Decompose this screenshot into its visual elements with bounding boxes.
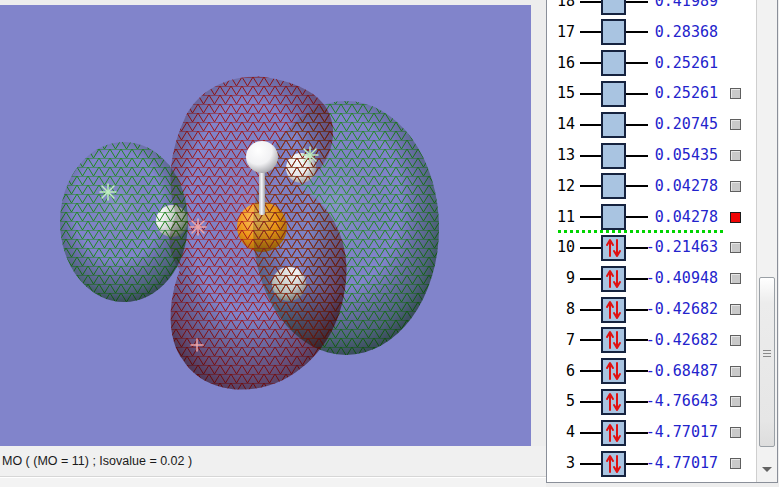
mo-checkbox[interactable] (730, 181, 741, 192)
mo-number: 15 (549, 78, 575, 109)
mo-3d-viewport[interactable] (0, 5, 531, 446)
mo-energy-value: -4.77017 (641, 417, 718, 448)
mo-energy-value: 0.04278 (641, 202, 718, 233)
mo-level-box[interactable] (601, 81, 626, 107)
mo-row-10[interactable]: 10-0.21463 (547, 232, 756, 263)
orbital-lobe-positive-left (60, 142, 188, 302)
spin-up-down-icon (603, 299, 624, 321)
spin-up-down-icon (603, 237, 624, 259)
mo-row-8[interactable]: 8-0.42682 (547, 294, 756, 325)
mo-number: 13 (549, 140, 575, 171)
mo-row-11[interactable]: 110.04278 (547, 202, 756, 233)
mo-energy-value: -4.77017 (641, 448, 718, 479)
scrollbar-down-button[interactable] (757, 459, 777, 480)
mo-row-12[interactable]: 120.04278 (547, 171, 756, 202)
mo-number: 12 (549, 171, 575, 202)
mo-number: 17 (549, 17, 575, 48)
mo-energy-value: 0.20745 (641, 109, 718, 140)
mo-list: 180.41989170.28368160.25261150.25261140.… (547, 0, 756, 482)
mo-checkbox[interactable] (730, 119, 741, 130)
mo-checkbox[interactable] (730, 150, 741, 161)
mo-energy-value: -4.76643 (641, 386, 718, 417)
mo-number: 18 (549, 0, 575, 17)
mo-energy-value: -0.42682 (641, 294, 718, 325)
mo-energy-value: -0.40948 (641, 263, 718, 294)
mo-level-box[interactable] (601, 420, 626, 446)
mo-energy-value: -0.68487 (641, 356, 718, 387)
mo-row-9[interactable]: 9-0.40948 (547, 263, 756, 294)
mo-row-4[interactable]: 4-4.77017 (547, 417, 756, 448)
panel-right-border (777, 0, 778, 483)
mo-level-box[interactable] (601, 235, 626, 261)
mo-number: 3 (549, 448, 575, 479)
mo-level-box[interactable] (601, 0, 626, 15)
mo-number: 11 (549, 202, 575, 233)
mo-energy-value: 0.28368 (641, 17, 718, 48)
mo-checkbox[interactable] (730, 212, 741, 223)
hydrogen-atom-top (246, 141, 278, 173)
mo-level-box[interactable] (601, 358, 626, 384)
mo-energy-value: 0.41989 (641, 0, 718, 17)
mo-number: 14 (549, 109, 575, 140)
mo-level-box[interactable] (601, 143, 626, 169)
mo-checkbox[interactable] (730, 427, 741, 438)
mo-checkbox[interactable] (730, 396, 741, 407)
mo-level-box[interactable] (601, 50, 626, 76)
mo-energy-value: 0.04278 (641, 171, 718, 202)
mo-checkbox[interactable] (730, 304, 741, 315)
mo-energy-value: 0.25261 (641, 78, 718, 109)
mo-level-box[interactable] (601, 204, 626, 230)
mo-level-box[interactable] (601, 389, 626, 415)
spin-up-down-icon (603, 453, 624, 475)
mo-number: 16 (549, 48, 575, 79)
mo-number: 10 (549, 232, 575, 263)
mo-row-15[interactable]: 150.25261 (547, 78, 756, 109)
mo-row-13[interactable]: 130.05435 (547, 140, 756, 171)
mo-level-box[interactable] (601, 112, 626, 138)
bottom-strip (0, 477, 546, 487)
mo-level-box[interactable] (601, 451, 626, 477)
spin-up-down-icon (603, 329, 624, 351)
mo-checkbox[interactable] (730, 88, 741, 99)
mo-checkbox[interactable] (730, 458, 741, 469)
mo-level-box[interactable] (601, 327, 626, 353)
mo-energy-value: -0.42682 (641, 325, 718, 356)
mo-level-box[interactable] (601, 297, 626, 323)
orbital-lobe-negative (170, 77, 347, 390)
mo-number: 4 (549, 417, 575, 448)
mo-number: 7 (549, 325, 575, 356)
spin-up-down-icon (603, 268, 624, 290)
mo-checkbox[interactable] (730, 366, 741, 377)
mo-checkbox[interactable] (730, 242, 741, 253)
mo-row-18[interactable]: 180.41989 (547, 0, 756, 17)
spin-up-down-icon (603, 391, 624, 413)
mo-row-16[interactable]: 160.25261 (547, 48, 756, 79)
mo-number: 9 (549, 263, 575, 294)
mo-number: 8 (549, 294, 575, 325)
mo-number: 6 (549, 356, 575, 387)
status-bar: MO ( (MO = 11) ; Isovalue = 0.02 ) (0, 446, 546, 476)
scrollbar-thumb[interactable] (759, 277, 775, 447)
mo-energy-value: 0.05435 (641, 140, 718, 171)
mo-number: 5 (549, 386, 575, 417)
mo-row-3[interactable]: 3-4.77017 (547, 448, 756, 479)
mo-row-6[interactable]: 6-0.68487 (547, 356, 756, 387)
panel-bottom-border (546, 482, 778, 483)
mo-row-5[interactable]: 5-4.76643 (547, 386, 756, 417)
mo-level-box[interactable] (601, 173, 626, 199)
mo-level-box[interactable] (601, 19, 626, 45)
chevron-down-icon (762, 467, 772, 472)
mo-row-14[interactable]: 140.20745 (547, 109, 756, 140)
scrollbar-grip-icon (763, 350, 771, 358)
mo-row-17[interactable]: 170.28368 (547, 17, 756, 48)
spin-up-down-icon (603, 422, 624, 444)
mo-row-7[interactable]: 7-0.42682 (547, 325, 756, 356)
mo-checkbox[interactable] (730, 273, 741, 284)
mo-checkbox[interactable] (730, 335, 741, 346)
spin-up-down-icon (603, 360, 624, 382)
mo-energy-value: -0.21463 (641, 232, 718, 263)
bond-stick (259, 170, 265, 215)
mo-energy-value: 0.25261 (641, 48, 718, 79)
status-text: MO ( (MO = 11) ; Isovalue = 0.02 ) (2, 454, 192, 468)
mo-level-box[interactable] (601, 266, 626, 292)
